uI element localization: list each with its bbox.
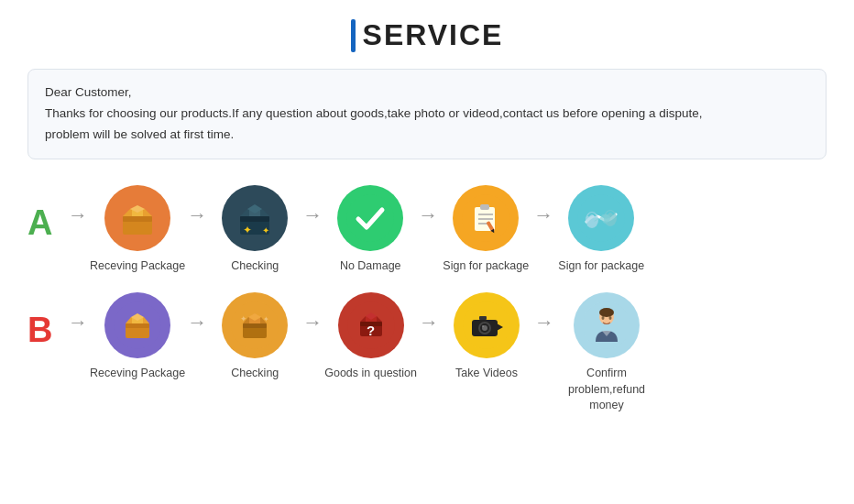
svg-text:?: ? (367, 323, 375, 338)
icon-question: ? (338, 292, 404, 358)
svg-point-60 (599, 308, 614, 317)
step-person: Confirm problem,refund money (556, 292, 657, 414)
svg-text:✦: ✦ (262, 225, 269, 236)
title-text: SERVICE (363, 18, 504, 52)
svg-point-54 (482, 325, 484, 327)
step-label: Receving Package (90, 258, 185, 275)
step-receiving-a: Receving Package (90, 185, 185, 275)
svg-rect-17 (480, 204, 489, 210)
icon-checking-b: ✦ ✦ (222, 292, 288, 358)
arrow: → (187, 185, 207, 227)
notice-line1: Dear Customer, (45, 82, 809, 104)
row-b-label: B (27, 311, 62, 350)
step-label: Confirm problem,refund money (556, 366, 657, 414)
flow-row-b: B → Receving Package → (27, 292, 827, 414)
arrow: → (534, 292, 554, 334)
step-label: Sign for package (558, 258, 644, 275)
step-label: Checking (231, 366, 279, 382)
arrow: → (302, 185, 323, 227)
step-label: Goods in question (324, 366, 417, 382)
row-a-steps: → Receving Package → (66, 185, 827, 275)
step-label: Take Videos (455, 366, 518, 382)
step-label: Checking (231, 258, 279, 275)
icon-camera (454, 292, 520, 358)
step-signpackage-a: Sign for package (440, 185, 531, 275)
arrow: → (418, 185, 438, 227)
svg-rect-39 (250, 323, 259, 327)
svg-point-62 (609, 316, 612, 320)
arrow: → (187, 292, 207, 334)
step-label: No Damage (340, 258, 401, 275)
svg-rect-55 (479, 316, 487, 320)
step-checking-a: ✦ ✦ Checking (209, 185, 301, 275)
arrow: → (419, 292, 439, 334)
notice-line3: problem will be solved at first time. (45, 125, 809, 146)
svg-point-61 (602, 316, 605, 320)
icon-signpackage-a (453, 185, 519, 251)
page-title: SERVICE (351, 18, 504, 52)
arrow: → (533, 185, 553, 227)
step-label: Sign for package (443, 258, 529, 275)
svg-text:✦: ✦ (240, 314, 247, 323)
svg-rect-11 (249, 216, 257, 220)
icon-receiving-b (104, 292, 170, 358)
step-label: Receving Package (90, 366, 185, 382)
row-b-steps: → Receving Package → (66, 292, 827, 414)
icon-receiving-a (104, 185, 170, 251)
arrow: → (68, 292, 88, 334)
arrow: → (68, 185, 88, 227)
svg-point-14 (346, 194, 394, 242)
icon-nodamage (337, 185, 403, 251)
step-checking-b: ✦ ✦ Checking (209, 292, 301, 382)
svg-rect-4 (134, 216, 141, 221)
step-nodamage: No Damage (324, 185, 416, 275)
svg-text:✦: ✦ (243, 224, 252, 236)
title-accent-bar (351, 19, 356, 52)
notice-box: Dear Customer, Thanks for choosing our p… (27, 69, 827, 159)
icon-checking-a: ✦ ✦ (222, 185, 288, 251)
icon-handshake (568, 185, 634, 251)
arrow: → (302, 292, 323, 334)
step-question: ? Goods in question (324, 292, 417, 382)
row-a-label: A (27, 203, 62, 243)
notice-line2: Thanks for choosing our products.If any … (45, 104, 809, 125)
svg-rect-32 (133, 323, 142, 327)
svg-text:✦: ✦ (263, 315, 269, 323)
step-camera: Take Videos (441, 292, 532, 382)
step-handshake: Sign for package (555, 185, 647, 275)
flow-row-a: A → Receving Package → (27, 185, 827, 275)
step-receiving-b: Receving Package (90, 292, 185, 382)
svg-rect-56 (490, 316, 496, 320)
icon-person (574, 292, 640, 358)
